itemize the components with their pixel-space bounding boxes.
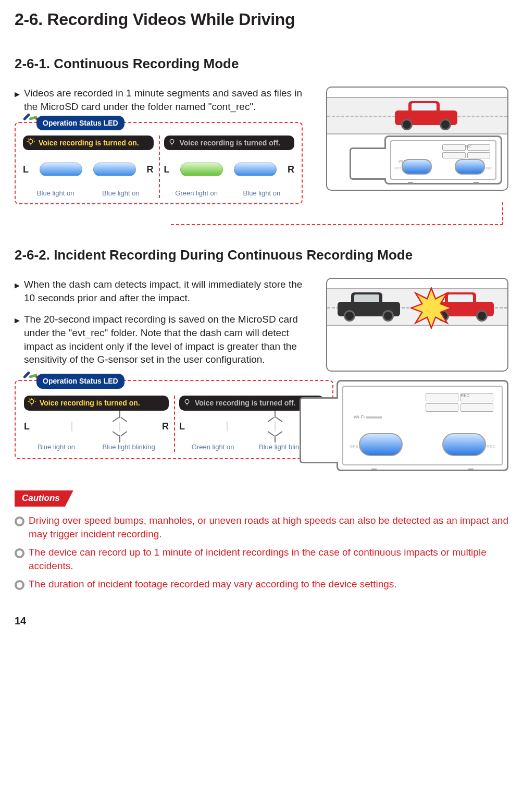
- operation-status-led-tab: Operation Status LED: [36, 116, 124, 131]
- car-black-icon: [338, 290, 400, 322]
- led-label-r: R: [162, 420, 169, 433]
- lightbulb-on-icon: [27, 397, 36, 407]
- led-caption: Blue light blinking: [103, 442, 155, 452]
- operation-status-led-panel-2: Operation Status LED Voice recording is …: [15, 380, 333, 459]
- led-label-l: L: [179, 420, 185, 433]
- caution-item-1: Driving over speed bumps, manholes, or u…: [29, 514, 508, 540]
- led-left-blue-icon: [40, 163, 82, 176]
- led-label-l: L: [23, 163, 29, 176]
- dashcam-device-icon: REC Wi-Fi GPS REC: [384, 136, 502, 184]
- lightbulb-off-icon: [182, 397, 192, 407]
- voice-recording-on-chip: Voice recording is turned on.: [23, 136, 154, 151]
- led-label-r: R: [146, 163, 153, 176]
- impact-burst-icon: [410, 287, 452, 329]
- svg-point-1: [170, 139, 174, 143]
- dashcam-device-large-icon: REC Wi-Fi GPS REC: [337, 380, 508, 471]
- driving-illustration: REC Wi-Fi GPS REC: [326, 87, 508, 191]
- incident-illustration: [326, 278, 508, 372]
- led-label-l: L: [164, 163, 170, 176]
- cautions-tag: Cautions: [15, 490, 73, 507]
- page-number: 14: [15, 614, 508, 628]
- led-caption: Blue light on: [38, 442, 75, 452]
- page-title: 2-6. Recording Videos While Driving: [15, 8, 508, 31]
- led-right-blue-blinking-icon: [275, 422, 276, 432]
- section-2-6-1-title: 2-6-1. Continuous Recording Mode: [15, 55, 508, 73]
- voice-recording-on-chip: Voice recording is turned on.: [24, 396, 169, 411]
- led-caption: Blue light on: [99, 189, 142, 198]
- lightbulb-off-icon: [167, 137, 177, 146]
- section2-bullet-1: When the dash cam detects impact, it wil…: [24, 278, 313, 304]
- led-caption: Blue light on: [34, 189, 77, 198]
- svg-point-3: [30, 399, 34, 403]
- led-right-blue-icon: [93, 163, 136, 176]
- led-caption: Green light on: [192, 442, 234, 452]
- section-2-6-2-title: 2-6-2. Incident Recording During Continu…: [15, 246, 508, 264]
- led-left-green-icon: [180, 163, 223, 176]
- led-right-blue-blinking-icon: [119, 422, 120, 432]
- voice-recording-off-chip: Voice recording is turned off.: [164, 136, 295, 151]
- operation-status-led-tab: Operation Status LED: [36, 374, 124, 389]
- caution-item-3: The duration of incident footage recorde…: [29, 577, 397, 591]
- svg-marker-2: [412, 288, 452, 328]
- lightbulb-on-icon: [26, 137, 35, 146]
- callout-connector-line: [171, 202, 503, 225]
- led-label-l: L: [24, 420, 30, 433]
- car-red-icon: [395, 99, 457, 130]
- led-caption: Blue light on: [240, 189, 283, 198]
- svg-point-4: [185, 399, 189, 403]
- led-caption: Green light on: [175, 189, 218, 198]
- led-label-r: R: [288, 163, 294, 176]
- led-left-blue-icon: [71, 422, 72, 432]
- section1-bullet-1: Videos are recorded in 1 minute segments…: [24, 87, 313, 113]
- led-left-green-icon: [227, 422, 228, 432]
- svg-point-0: [29, 139, 33, 143]
- led-right-blue-icon: [234, 163, 277, 176]
- operation-status-led-panel-1: Operation Status LED Voice recording is …: [15, 122, 303, 204]
- section2-bullet-2: The 20-second impact recording is saved …: [24, 313, 313, 366]
- caution-item-2: The device can record up to 1 minute of …: [29, 546, 508, 572]
